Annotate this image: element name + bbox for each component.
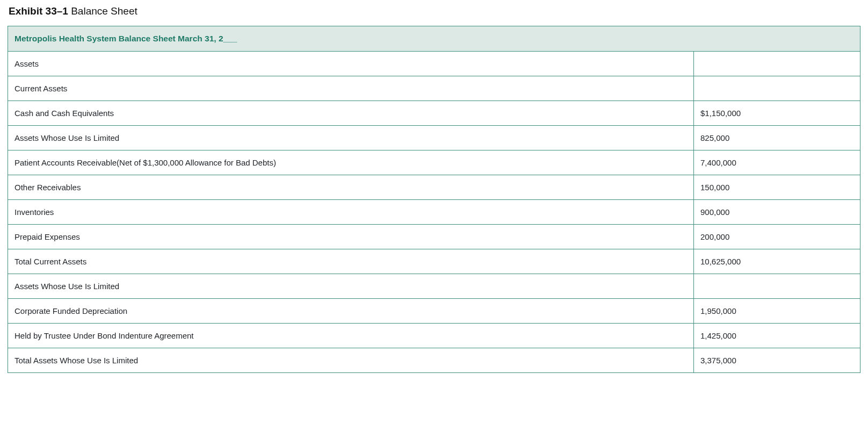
row-value	[694, 274, 860, 299]
row-label: Corporate Funded Depreciation	[8, 299, 694, 324]
row-value	[694, 76, 860, 101]
row-value: 10,625,000	[694, 249, 860, 274]
row-value: 200,000	[694, 225, 860, 249]
table-row: Assets Whose Use Is Limited	[8, 274, 860, 299]
table-row: Other Receivables 150,000	[8, 175, 860, 200]
row-label: Total Current Assets	[8, 249, 694, 274]
exhibit-caption: Exhibit 33–1 Balance Sheet	[9, 5, 860, 17]
row-value	[694, 52, 860, 76]
row-label: Prepaid Expenses	[8, 225, 694, 249]
table-body: Assets Current Assets Cash and Cash Equi…	[8, 52, 860, 373]
table-row: Assets	[8, 52, 860, 76]
row-value: 1,950,000	[694, 299, 860, 324]
row-value: 825,000	[694, 126, 860, 150]
row-value: 3,375,000	[694, 348, 860, 373]
row-label: Other Receivables	[8, 175, 694, 200]
row-label: Assets	[8, 52, 694, 76]
row-label: Total Assets Whose Use Is Limited	[8, 348, 694, 373]
row-value: 1,425,000	[694, 324, 860, 348]
row-label: Held by Trustee Under Bond Indenture Agr…	[8, 324, 694, 348]
row-label: Inventories	[8, 200, 694, 225]
exhibit-number: Exhibit 33–1	[9, 5, 68, 17]
table-row: Prepaid Expenses 200,000	[8, 225, 860, 249]
row-value: $1,150,000	[694, 101, 860, 126]
table-header-row: Metropolis Health System Balance Sheet M…	[8, 26, 860, 52]
table-row: Total Assets Whose Use Is Limited 3,375,…	[8, 348, 860, 373]
table-row: Cash and Cash Equivalents $1,150,000	[8, 101, 860, 126]
table-row: Patient Accounts Receivable(Net of $1,30…	[8, 150, 860, 175]
row-label: Cash and Cash Equivalents	[8, 101, 694, 126]
row-label: Current Assets	[8, 76, 694, 101]
row-label: Assets Whose Use Is Limited	[8, 126, 694, 150]
row-label: Patient Accounts Receivable(Net of $1,30…	[8, 150, 694, 175]
row-value: 900,000	[694, 200, 860, 225]
table-row: Inventories 900,000	[8, 200, 860, 225]
table-row: Held by Trustee Under Bond Indenture Agr…	[8, 324, 860, 348]
table-row: Current Assets	[8, 76, 860, 101]
table-header: Metropolis Health System Balance Sheet M…	[8, 26, 860, 52]
table-row: Assets Whose Use Is Limited 825,000	[8, 126, 860, 150]
table-row: Corporate Funded Depreciation 1,950,000	[8, 299, 860, 324]
exhibit-title: Balance Sheet	[71, 5, 138, 17]
row-label: Assets Whose Use Is Limited	[8, 274, 694, 299]
row-value: 7,400,000	[694, 150, 860, 175]
table-row: Total Current Assets 10,625,000	[8, 249, 860, 274]
row-value: 150,000	[694, 175, 860, 200]
balance-sheet-table: Metropolis Health System Balance Sheet M…	[8, 26, 860, 373]
